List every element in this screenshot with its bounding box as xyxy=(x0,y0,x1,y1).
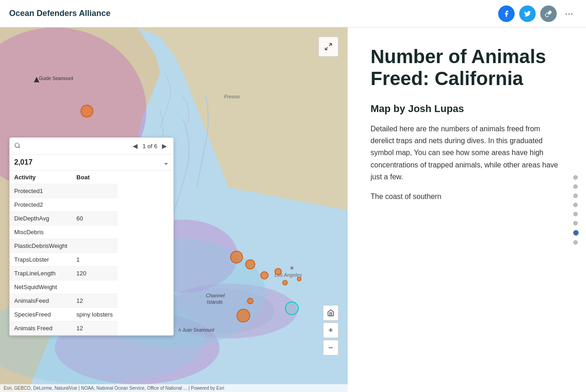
scroll-dot[interactable] xyxy=(573,193,578,198)
svg-text:Guide Seamount: Guide Seamount xyxy=(39,76,73,81)
table-cell-key: Protected2 xyxy=(10,198,72,212)
share-link-icon[interactable] xyxy=(540,5,557,22)
svg-text:Fresno: Fresno xyxy=(224,94,240,99)
table-row: TrapLineLength120 xyxy=(10,267,118,280)
popup-next-button[interactable]: ▶ xyxy=(160,141,169,150)
popup-panel: ◀ 1 of 6 ▶ 2,017 ⌄ Activity Boat xyxy=(9,137,174,336)
table-cell-value: spiny lobsters xyxy=(72,308,117,322)
scroll-dot[interactable] xyxy=(573,230,579,236)
svg-line-18 xyxy=(325,48,328,50)
table-cell-key: NetSquidWeight xyxy=(10,280,72,294)
map-controls: + − xyxy=(323,305,339,355)
map-container: Los Angeles Fresno Guide Seamount Channe… xyxy=(0,27,348,392)
scroll-dot[interactable] xyxy=(573,203,578,207)
more-menu-icon[interactable]: ··· xyxy=(561,6,577,21)
story-subtitle: Map by Josh Lupas xyxy=(371,103,563,115)
marker-2[interactable] xyxy=(230,251,243,263)
table-row: TrapsLobster1 xyxy=(10,253,118,267)
popup-pagination: 1 of 6 xyxy=(142,143,157,150)
popup-header: ◀ 1 of 6 ▶ xyxy=(10,138,173,155)
svg-point-3 xyxy=(165,288,274,334)
popup-collapse-button[interactable]: ⌄ xyxy=(163,159,169,166)
table-cell-value: 1 xyxy=(72,253,117,267)
marker-7[interactable] xyxy=(297,277,301,281)
table-cell-key: Protected1 xyxy=(10,184,72,198)
popup-col1-header: Activity xyxy=(10,171,72,184)
marker-1[interactable] xyxy=(81,105,93,118)
marker-6[interactable] xyxy=(282,280,288,285)
story-body-1: Detailed here are the numbers of animals… xyxy=(371,123,563,183)
table-row: NetSquidWeight xyxy=(10,280,118,294)
marker-9[interactable] xyxy=(247,298,253,304)
table-cell-key: Animals Freed xyxy=(10,322,72,335)
scroll-dots xyxy=(573,175,579,245)
scroll-dot[interactable] xyxy=(573,175,578,180)
scroll-dot[interactable] xyxy=(573,221,578,226)
svg-line-17 xyxy=(329,43,332,46)
map-expand-button[interactable] xyxy=(318,37,339,57)
header-icons: ··· xyxy=(498,5,577,22)
table-cell-value: 60 xyxy=(72,212,117,226)
popup-year: 2,017 xyxy=(14,158,32,166)
map-zoom-out-button[interactable]: − xyxy=(323,340,339,355)
popup-col2-header: Boat xyxy=(72,171,117,184)
marker-4[interactable] xyxy=(260,271,269,279)
table-cell-key: TrapLineLength xyxy=(10,267,72,280)
facebook-icon[interactable] xyxy=(498,5,515,22)
marker-cyan[interactable] xyxy=(285,301,299,315)
table-cell-value xyxy=(72,184,117,198)
table-cell-key: SpeciesFreed xyxy=(10,308,72,322)
svg-text:n Juan Seamount: n Juan Seamount xyxy=(178,328,215,333)
popup-search-icon xyxy=(14,142,21,150)
table-row: SpeciesFreedspiny lobsters xyxy=(10,308,118,322)
table-row: AnimalsFeed12 xyxy=(10,294,118,308)
svg-point-6 xyxy=(160,284,297,338)
popup-nav: ◀ 1 of 6 ▶ xyxy=(131,141,169,150)
main-content: Los Angeles Fresno Guide Seamount Channe… xyxy=(0,27,586,392)
table-cell-value xyxy=(72,226,117,239)
twitter-icon[interactable] xyxy=(519,5,536,22)
table-cell-value xyxy=(72,280,117,294)
map-home-button[interactable] xyxy=(323,305,339,321)
marker-8[interactable] xyxy=(237,309,250,322)
svg-marker-13 xyxy=(34,77,39,82)
scroll-dot[interactable] xyxy=(573,184,578,189)
table-cell-value xyxy=(72,239,117,253)
table-row: MiscDebris xyxy=(10,226,118,239)
marker-3[interactable] xyxy=(245,259,255,269)
right-panel: Number of Animals Freed: California Map … xyxy=(348,27,586,392)
svg-point-19 xyxy=(15,143,19,147)
app-header: Ocean Defenders Alliance ··· xyxy=(0,0,586,27)
table-row: PlasticDebrisWeight xyxy=(10,239,118,253)
table-cell-key: PlasticDebrisWeight xyxy=(10,239,72,253)
table-row: Protected2 xyxy=(10,198,118,212)
scroll-dot[interactable] xyxy=(573,240,578,245)
table-row: Animals Freed12 xyxy=(10,322,118,335)
svg-text:Channel: Channel xyxy=(206,293,225,298)
map-zoom-in-button[interactable]: + xyxy=(323,322,339,338)
app-title: Ocean Defenders Alliance xyxy=(9,9,110,18)
table-cell-key: DieDepthAvg xyxy=(10,212,72,226)
popup-table-container[interactable]: Activity Boat Protected1Protected2DieDep… xyxy=(10,171,173,335)
story-body-2: The coast of southern xyxy=(371,191,563,203)
table-cell-key: MiscDebris xyxy=(10,226,72,239)
map-attribution: Esri, GEBCO, DeLorme, NaturalVue | NOAA,… xyxy=(0,384,348,392)
svg-line-20 xyxy=(19,146,20,148)
table-cell-value: 120 xyxy=(72,267,117,280)
table-cell-value xyxy=(72,198,117,212)
table-row: Protected1 xyxy=(10,184,118,198)
svg-text:Islands: Islands xyxy=(207,299,223,305)
small-dot xyxy=(290,267,293,269)
table-cell-key: TrapsLobster xyxy=(10,253,72,267)
table-cell-key: AnimalsFeed xyxy=(10,294,72,308)
table-row: DieDepthAvg60 xyxy=(10,212,118,226)
popup-title-row: 2,017 ⌄ xyxy=(10,155,173,171)
table-cell-value: 12 xyxy=(72,322,117,335)
marker-5[interactable] xyxy=(274,268,282,275)
scroll-dot[interactable] xyxy=(573,212,578,216)
popup-table: Activity Boat Protected1Protected2DieDep… xyxy=(10,171,173,335)
popup-prev-button[interactable]: ◀ xyxy=(131,141,140,150)
table-cell-value: 12 xyxy=(72,294,117,308)
story-title: Number of Animals Freed: California xyxy=(371,46,563,90)
